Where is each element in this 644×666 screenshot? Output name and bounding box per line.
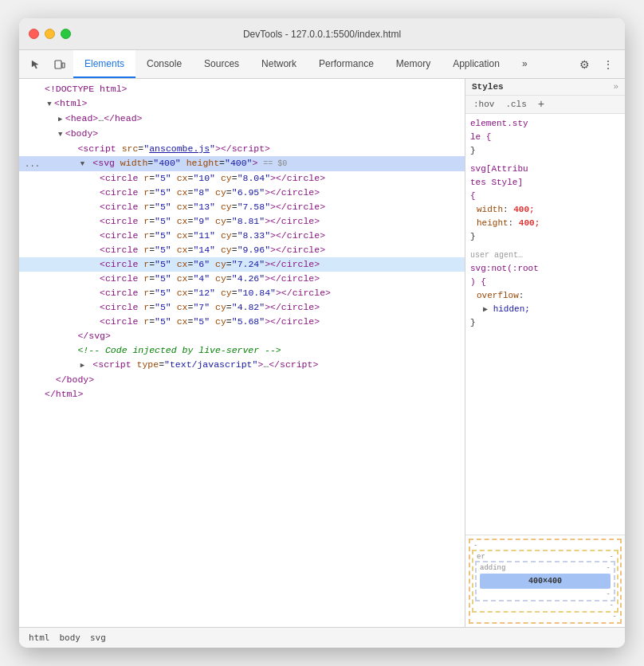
cursor-icon[interactable] xyxy=(26,54,46,75)
dom-line-circle2[interactable]: <circle r="5" cx="8" cy="6.95"></circle> xyxy=(19,186,465,200)
box-er-label: er xyxy=(477,553,485,561)
device-toggle-icon[interactable] xyxy=(49,54,70,75)
dom-line-circle9[interactable]: <circle r="5" cx="12" cy="10.84"></circl… xyxy=(19,286,465,300)
breadcrumb-body[interactable]: body xyxy=(57,631,84,644)
box-outer-bottom: - xyxy=(613,613,617,621)
toolbar-right: ⚙ ⋮ xyxy=(571,50,622,78)
tab-network[interactable]: Network xyxy=(250,50,308,78)
dom-line-html-close[interactable]: </html> xyxy=(19,387,465,402)
toolbar-left xyxy=(22,50,73,78)
tab-performance[interactable]: Performance xyxy=(308,50,385,78)
styles-add-button[interactable]: + xyxy=(535,98,548,111)
dom-line-script-anscombe[interactable]: <script src="anscombe.js"></script> xyxy=(19,142,465,156)
dom-line-circle7[interactable]: <circle r="5" cx="6" cy="7.24"></circle> xyxy=(19,257,465,272)
tab-elements[interactable]: Elements xyxy=(73,50,135,78)
styles-panel-title: Styles xyxy=(472,82,504,92)
dom-line-comment[interactable]: <!-- Code injected by live-server --> xyxy=(19,343,465,358)
dom-line-circle6[interactable]: <circle r="5" cx="14" cy="9.96"></circle… xyxy=(19,243,465,257)
dom-line-svg-close[interactable]: </svg> xyxy=(19,329,465,343)
styles-header: Styles » xyxy=(465,79,625,96)
settings-icon[interactable]: ⚙ xyxy=(574,54,595,75)
box-padding-label: adding xyxy=(480,564,505,572)
dom-panel[interactable]: <!DOCTYPE html> ▼<html> ▶<head>…</head> … xyxy=(19,79,465,627)
dom-line-circle5[interactable]: <circle r="5" cx="11" cy="8.33"></circle… xyxy=(19,229,465,243)
box-model: - er - adding - xyxy=(465,535,625,627)
breadcrumb-bar: html body svg xyxy=(19,627,625,648)
box-middle-bottom: - xyxy=(610,601,614,609)
dom-line-head[interactable]: ▶<head>…</head> xyxy=(19,112,465,127)
dom-line-circle11[interactable]: <circle r="5" cx="5" cy="5.68"></circle> xyxy=(19,315,465,329)
styles-filter-row: :hov .cls + xyxy=(465,96,625,114)
style-rule-user-agent: user agent… svg:not(:root ) { overflow: … xyxy=(470,249,620,330)
style-rule-svg-attr: svg[Attribu tes Style] { width: 400; hei… xyxy=(470,163,620,244)
tab-sources[interactable]: Sources xyxy=(193,50,250,78)
svg-rect-0 xyxy=(55,61,61,69)
dom-line-html[interactable]: ▼<html> xyxy=(19,96,465,112)
box-er-val: - xyxy=(610,553,614,561)
maximize-button[interactable] xyxy=(61,29,71,39)
main-content: <!DOCTYPE html> ▼<html> ▶<head>…</head> … xyxy=(19,79,625,627)
box-inner-bottom: - xyxy=(607,590,611,598)
traffic-lights xyxy=(29,29,71,39)
titlebar: DevTools - 127.0.0.1:5500/index.html xyxy=(19,18,625,50)
tabs: Elements Console Sources Network Perform… xyxy=(73,50,539,78)
tab-more[interactable]: » xyxy=(511,50,539,78)
breadcrumb-html[interactable]: html xyxy=(26,631,53,644)
box-margin-label: - xyxy=(473,542,477,550)
box-padding-val: - xyxy=(607,564,611,572)
tab-console[interactable]: Console xyxy=(135,50,193,78)
styles-cls-tab[interactable]: .cls xyxy=(502,99,529,110)
styles-content: element.sty le { } svg[Attribu tes Style… xyxy=(465,114,625,535)
dom-line-circle4[interactable]: <circle r="5" cx="9" cy="8.81"></circle> xyxy=(19,214,465,229)
close-button[interactable] xyxy=(29,29,39,39)
minimize-button[interactable] xyxy=(45,29,55,39)
svg-rect-1 xyxy=(62,63,65,68)
tab-application[interactable]: Application xyxy=(442,50,511,78)
dom-line-body-close[interactable]: </body> xyxy=(19,373,465,387)
box-inner-size: 400×400 xyxy=(528,577,562,586)
devtools-window: DevTools - 127.0.0.1:5500/index.html Ele… xyxy=(19,18,625,648)
window-title: DevTools - 127.0.0.1:5500/index.html xyxy=(243,29,401,40)
dom-line-doctype[interactable]: <!DOCTYPE html> xyxy=(19,82,465,96)
styles-more-icon[interactable]: » xyxy=(613,82,618,92)
style-rule-element: element.sty le { } xyxy=(470,117,620,158)
dom-line-script-js[interactable]: ▶ <script type="text/javascript">…</scri… xyxy=(19,358,465,373)
kebab-menu-icon[interactable]: ⋮ xyxy=(598,54,618,75)
dom-line-circle8[interactable]: <circle r="5" cx="4" cy="4.26"></circle> xyxy=(19,272,465,286)
dom-line-svg[interactable]: ... ▼ <svg width="400" height="400"> == … xyxy=(19,156,465,171)
styles-panel: Styles » :hov .cls + element.sty le { } … xyxy=(465,79,625,627)
dom-line-circle3[interactable]: <circle r="5" cx="13" cy="7.58"></circle… xyxy=(19,200,465,214)
dom-line-body[interactable]: ▼<body> xyxy=(19,127,465,142)
dom-line-circle10[interactable]: <circle r="5" cx="7" cy="4.82"></circle> xyxy=(19,300,465,315)
dom-line-circle1[interactable]: <circle r="5" cx="10" cy="8.04"></circle… xyxy=(19,171,465,186)
tab-memory[interactable]: Memory xyxy=(385,50,442,78)
toolbar: Elements Console Sources Network Perform… xyxy=(19,50,625,79)
styles-hov-tab[interactable]: :hov xyxy=(470,99,497,110)
breadcrumb-svg[interactable]: svg xyxy=(87,631,109,644)
